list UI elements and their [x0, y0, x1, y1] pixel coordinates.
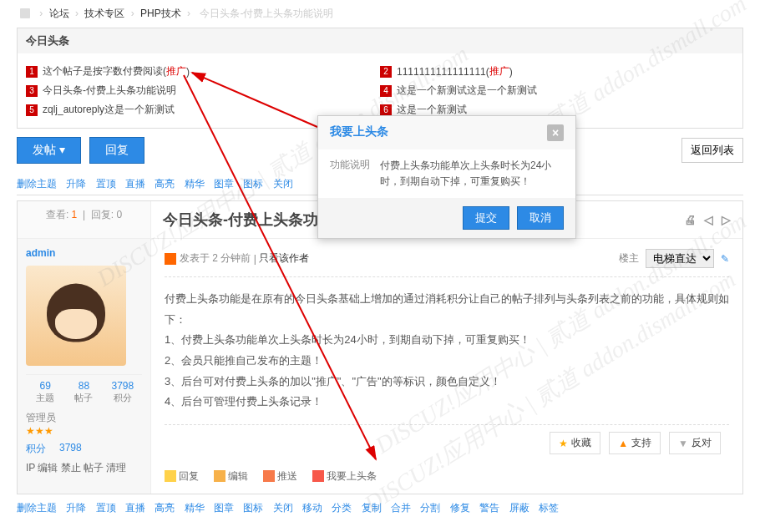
headlines-title: 今日头条	[18, 28, 742, 53]
headline-item[interactable]: 4这是一个新测试这是一个新测试	[380, 81, 734, 100]
thread: 查看: 1 | 回复: 0 今日头条-付费上头条功能说明 🖨 ◁ ▷ admin…	[17, 200, 743, 494]
mod-sort[interactable]: 升降	[66, 178, 86, 190]
mod-close[interactable]: 关闭	[273, 178, 293, 190]
headline-item[interactable]: 1这个帖子是按字数付费阅读(推广)	[26, 62, 380, 81]
mod-icon[interactable]: 图标	[243, 178, 263, 190]
bc-forum[interactable]: 论坛	[49, 8, 69, 19]
oppose-button[interactable]: ▼反对	[669, 432, 721, 454]
new-post-button[interactable]: 发帖 ▾	[17, 137, 81, 164]
bc-php[interactable]: PHP技术	[140, 8, 181, 19]
post-body: 付费上头条功能是在原有的今日头条基础上增加的通过消耗积分让自己的帖子排列与头条列…	[165, 277, 729, 424]
mod-tools-bottom: 删除主题 升降 置顶 直播 高亮 精华 图章 图标 关闭 移动 分类 复制 合并…	[17, 501, 743, 515]
only-author-link[interactable]: 只看该作者	[259, 251, 309, 266]
home-icon[interactable]	[20, 8, 30, 18]
author-link[interactable]: admin	[26, 247, 142, 259]
tohead-modal: 我要上头条 × 功能说明 付费上头条功能单次上头条时长为24小时，到期自动下掉，…	[317, 115, 576, 239]
prev-icon[interactable]: ◁	[704, 213, 713, 226]
action-push[interactable]: 推送	[263, 469, 297, 484]
next-icon[interactable]: ▷	[722, 213, 731, 226]
elevator-select[interactable]: 电梯直达	[646, 249, 714, 268]
modal-title: 我要上头条	[330, 124, 388, 141]
floor-label: 楼主	[619, 251, 639, 266]
action-tohead[interactable]: 我要上头条	[312, 469, 377, 484]
bc-tech[interactable]: 技术专区	[84, 8, 124, 19]
role-label: 管理员	[26, 411, 142, 425]
thread-stats: 查看: 1 | 回复: 0	[18, 201, 151, 238]
post-actions: 回复 编辑 推送 我要上头条	[165, 463, 729, 484]
support-button[interactable]: ▲支持	[609, 432, 661, 454]
modal-cancel-button[interactable]: 取消	[517, 206, 564, 230]
headline-item[interactable]: 3今日头条-付费上头条功能说明	[26, 81, 380, 100]
floor-icon	[165, 253, 176, 265]
modal-label: 功能说明	[330, 158, 380, 190]
back-list-button[interactable]: 返回列表	[681, 138, 743, 163]
mod-delete[interactable]: 删除主题	[17, 178, 57, 190]
pencil-icon[interactable]: ✎	[721, 253, 729, 265]
mod-highlight[interactable]: 高亮	[155, 178, 175, 190]
post-meta: 发表于 2 分钟前 | 只看该作者 楼主 电梯直达 ✎	[165, 249, 729, 277]
post: admin 69主题 88帖子 3798积分 管理员 ★★★ 积分3798 IP…	[18, 238, 742, 494]
headlines-box: 今日头条 1这个帖子是按字数付费阅读(推广) 3今日头条-付费上头条功能说明 5…	[17, 28, 743, 129]
print-icon[interactable]: 🖨	[684, 213, 696, 226]
bc-current: 今日头条-付费上头条功能说明	[200, 8, 333, 19]
mod-live[interactable]: 直播	[125, 178, 145, 190]
modal-submit-button[interactable]: 提交	[463, 206, 509, 230]
action-reply[interactable]: 回复	[165, 469, 199, 484]
close-icon[interactable]: ×	[547, 124, 564, 141]
breadcrumb: › 论坛 › 技术专区 › PHP技术 › 今日头条-付费上头条功能说明	[0, 0, 760, 28]
collect-button[interactable]: ★收藏	[550, 432, 600, 454]
reply-button[interactable]: 回复	[89, 137, 144, 164]
user-admin-links[interactable]: IP 编辑 禁止 帖子 清理	[26, 461, 142, 475]
headline-item[interactable]: 21111111111111111(推广)	[380, 62, 734, 81]
mod-stamp[interactable]: 图章	[214, 178, 234, 190]
avatar[interactable]	[26, 266, 126, 366]
mod-digest[interactable]: 精华	[185, 178, 205, 190]
action-edit[interactable]: 编辑	[214, 469, 248, 484]
mod-stick[interactable]: 置顶	[96, 178, 116, 190]
modal-desc: 付费上头条功能单次上头条时长为24小时，到期自动下掉，可重复购买！	[380, 158, 564, 190]
stars-icon: ★★★	[26, 425, 142, 437]
post-side: admin 69主题 88帖子 3798积分 管理员 ★★★ 积分3798 IP…	[18, 239, 151, 494]
